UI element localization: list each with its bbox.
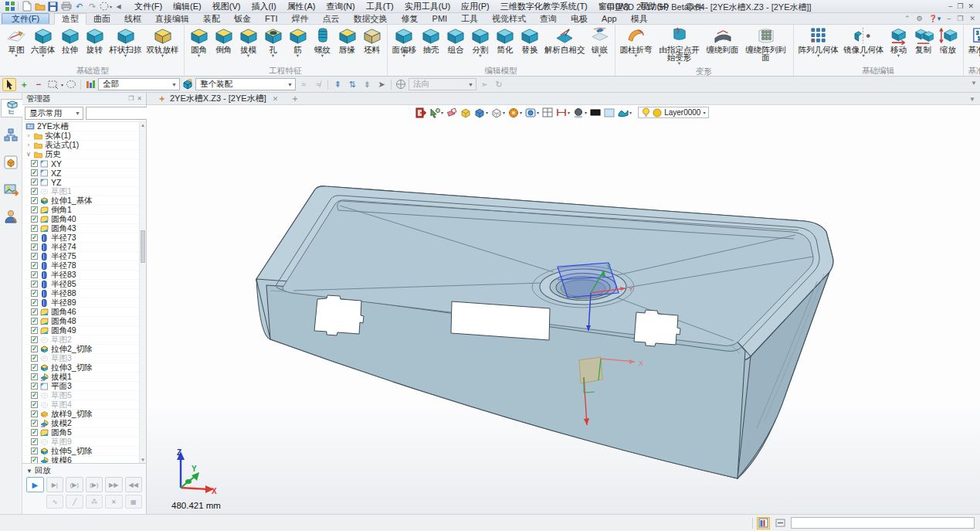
tree-item[interactable]: ✓拔模1 bbox=[22, 373, 146, 382]
step-end-button[interactable]: ▶| bbox=[46, 477, 64, 492]
tree-item[interactable]: ✓圆角5 bbox=[22, 428, 146, 437]
ribbon-button[interactable]: 分割▾ bbox=[468, 26, 493, 59]
ribbon-tab-曲面[interactable]: 曲面 bbox=[86, 13, 117, 24]
ribbon-button[interactable]: 坯料 bbox=[360, 26, 385, 59]
open-folder-icon[interactable] bbox=[33, 1, 46, 12]
visibility-checkbox[interactable]: ✓ bbox=[31, 355, 38, 362]
visibility-checkbox[interactable]: ✓ bbox=[31, 160, 38, 167]
ribbon-button[interactable]: 倒角 bbox=[212, 26, 236, 59]
zw-logo-icon[interactable] bbox=[3, 1, 16, 12]
visibility-checkbox[interactable]: ✓ bbox=[31, 308, 38, 315]
ribbon-button[interactable]: 筋▾ bbox=[286, 26, 310, 59]
tree-item[interactable]: ✓倒角1 bbox=[22, 206, 146, 215]
doc-close-icon[interactable]: ✕ bbox=[969, 15, 975, 22]
reorient-icon[interactable]: ↻ bbox=[492, 78, 506, 91]
new-tab-button[interactable]: ＋ bbox=[290, 93, 299, 104]
new-doc-icon[interactable] bbox=[20, 1, 33, 12]
add-entity-icon[interactable]: ＋ bbox=[17, 78, 31, 91]
menu-item[interactable]: 实用工具(U) bbox=[399, 0, 456, 12]
dropdown-caret-icon[interactable]: ▾ bbox=[42, 53, 44, 59]
visibility-checkbox[interactable]: ✓ bbox=[31, 373, 38, 380]
play-button[interactable]: ▶ bbox=[26, 477, 44, 492]
ribbon-button[interactable]: 移动▾ bbox=[887, 26, 911, 59]
menu-item[interactable]: 查询(N) bbox=[320, 0, 360, 12]
menu-item[interactable]: 文件(F) bbox=[129, 0, 168, 12]
ribbon-button[interactable]: 杆状扫掠▾ bbox=[107, 26, 144, 59]
tree-item[interactable]: ✓放样9_切除 bbox=[22, 410, 146, 419]
tree-item[interactable]: ✓圆角46 bbox=[22, 308, 146, 317]
tree-folder[interactable]: ›实体(1) bbox=[22, 131, 146, 141]
ribbon-button[interactable]: 圆角▾ bbox=[187, 26, 212, 59]
ribbon-tab-查询[interactable]: 查询 bbox=[533, 13, 564, 24]
visibility-checkbox[interactable]: ✓ bbox=[31, 197, 38, 204]
play-through-button[interactable]: (▶) bbox=[86, 477, 103, 492]
tree-item[interactable]: ✓圆角40 bbox=[22, 215, 146, 224]
wireframe-display-icon-caret[interactable]: ▾ bbox=[503, 110, 505, 115]
ribbon-button[interactable]: 阵列几何体▾ bbox=[796, 26, 842, 59]
dropdown-caret-icon[interactable]: ▾ bbox=[817, 53, 819, 59]
close-panel-icon[interactable]: ✕ bbox=[137, 95, 142, 102]
sort-list-icon[interactable]: ⇅ bbox=[345, 78, 359, 91]
tab-close-icon[interactable]: ✕ bbox=[273, 95, 279, 103]
dropdown-caret-icon[interactable]: ▾ bbox=[247, 53, 249, 59]
scope-shape-icon[interactable] bbox=[181, 78, 195, 91]
erase-blank-icon[interactable] bbox=[446, 107, 457, 117]
ribbon-button[interactable]: 312基准面▾ bbox=[966, 26, 980, 59]
visibility-checkbox[interactable]: ✓ bbox=[31, 188, 38, 195]
scope-dropdown[interactable]: 整个装配▼ bbox=[195, 78, 296, 90]
visibility-checkbox[interactable]: ✓ bbox=[31, 438, 38, 445]
pick-target-icon-caret[interactable]: ▾ bbox=[441, 110, 443, 115]
ribbon-button[interactable]: 缠绕阵列到面 bbox=[741, 26, 791, 66]
normal-dropdown[interactable]: 法向▼ bbox=[409, 78, 476, 90]
visibility-checkbox[interactable]: ✓ bbox=[31, 392, 38, 399]
visibility-checkbox[interactable]: ✓ bbox=[31, 383, 38, 390]
visibility-checkbox[interactable]: ✓ bbox=[31, 234, 38, 241]
surface-analysis-icon[interactable] bbox=[618, 107, 629, 117]
ribbon-tab-FTI[interactable]: FTI bbox=[258, 13, 285, 24]
redo-icon-icon[interactable]: ↷ bbox=[86, 1, 99, 12]
menu-item[interactable]: 视图(V) bbox=[207, 0, 246, 12]
tree-item[interactable]: ✓平面3 bbox=[22, 382, 146, 391]
window-pick-icon[interactable] bbox=[46, 78, 60, 91]
minimize-icon[interactable]: ‒ bbox=[948, 2, 952, 10]
section-view-icon[interactable] bbox=[556, 107, 567, 117]
menu-item[interactable]: 应用(P) bbox=[456, 0, 495, 12]
render-mode-icon-caret[interactable]: ▾ bbox=[520, 110, 522, 115]
visibility-checkbox[interactable]: ✓ bbox=[31, 364, 38, 371]
browse-button[interactable]: ▦ bbox=[125, 495, 142, 509]
tree-filter-dropdown[interactable]: 显示常用▼ bbox=[25, 107, 83, 120]
multi-viewport-icon[interactable] bbox=[542, 107, 553, 117]
ribbon-button[interactable]: 双轨放样▾ bbox=[144, 26, 181, 59]
visibility-checkbox[interactable]: ✓ bbox=[31, 457, 38, 463]
ribbon-tab-线框[interactable]: 线框 bbox=[117, 13, 148, 24]
close-icon[interactable]: ✕ bbox=[968, 2, 974, 10]
layer-control[interactable]: Layer0000▾ bbox=[638, 107, 709, 118]
document-tab[interactable]: ＋ 2YE水槽X.Z3 - [2YE水槽] ✕ bbox=[158, 93, 278, 104]
ribbon-button[interactable]: 组合 bbox=[443, 26, 468, 59]
select-arrow-icon[interactable] bbox=[2, 78, 16, 91]
ribbon-tab-PMI[interactable]: PMI bbox=[426, 13, 455, 24]
bounding-box-icon[interactable] bbox=[460, 107, 471, 118]
ribbon-button[interactable]: 替换 bbox=[517, 26, 542, 59]
ribbon-tab-点云[interactable]: 点云 bbox=[316, 13, 347, 24]
shadow-effect-icon-caret[interactable]: ▾ bbox=[585, 110, 587, 115]
visibility-checkbox[interactable]: ✓ bbox=[31, 429, 38, 436]
sort-up-icon[interactable]: ⇞ bbox=[331, 78, 344, 91]
dropdown-caret-icon[interactable]: ▾ bbox=[272, 53, 274, 59]
restore-icon[interactable]: ❐ bbox=[957, 2, 963, 10]
visibility-checkbox[interactable]: ✓ bbox=[31, 206, 38, 213]
ribbon-button[interactable]: 解析自相交 bbox=[542, 26, 588, 59]
visibility-checkbox[interactable]: ✓ bbox=[31, 253, 38, 260]
toolbar-overflow-icon[interactable]: ▼ bbox=[971, 80, 977, 87]
assembly-tree-icon[interactable] bbox=[2, 126, 20, 145]
menu-item[interactable]: 插入(I) bbox=[246, 0, 281, 12]
ribbon-tab-工具[interactable]: 工具 bbox=[454, 13, 485, 24]
tree-item[interactable]: ✓圆角49 bbox=[22, 326, 146, 335]
tree-root[interactable]: 2YE水槽 bbox=[22, 122, 146, 131]
collapse-ribbon-icon[interactable]: ⌃ bbox=[904, 15, 910, 22]
ribbon-button[interactable]: 缠绕到面 bbox=[704, 26, 741, 59]
tree-item[interactable]: ✓XY bbox=[22, 159, 146, 168]
hide-panel-icon[interactable] bbox=[774, 517, 787, 529]
visual-manager-icon[interactable] bbox=[2, 153, 20, 172]
ribbon-button[interactable]: 拉伸 bbox=[58, 26, 83, 59]
